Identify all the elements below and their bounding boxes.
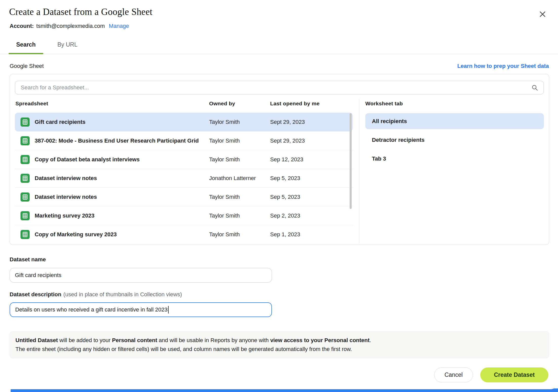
- search-input[interactable]: [15, 81, 544, 94]
- tab-by-url[interactable]: By URL: [50, 35, 85, 54]
- worksheet-tab-item[interactable]: All recipients: [365, 113, 544, 129]
- tab-bar: Search By URL: [0, 35, 558, 54]
- spreadsheet-row[interactable]: Gift card recipients Taylor Smith Sept 2…: [15, 113, 353, 131]
- column-header-spreadsheet: Spreadsheet: [15, 101, 48, 107]
- dataset-description-label: Dataset description: [10, 291, 61, 298]
- spreadsheet-name: Copy of Dataset beta analyst interviews: [35, 150, 140, 169]
- info-line-2: The entire sheet (including any hidden o…: [15, 345, 543, 354]
- spreadsheet-last-opened: Sep 5, 2023: [270, 188, 300, 206]
- info-line-1: Untitled Dataset will be added to your P…: [15, 336, 543, 345]
- cancel-button[interactable]: Cancel: [434, 367, 473, 382]
- spreadsheet-owner: Jonathon Latterner: [209, 169, 256, 188]
- tab-label: Search: [16, 41, 36, 48]
- create-dataset-modal: Create a Dataset from a Google Sheet Acc…: [0, 0, 558, 389]
- spreadsheet-row[interactable]: Copy of Dataset beta analyst interviews …: [15, 150, 353, 169]
- spreadsheet-owner: Taylor Smith: [209, 225, 240, 244]
- info-note: Untitled Dataset will be added to your P…: [10, 331, 549, 358]
- google-sheet-icon: [21, 117, 30, 127]
- spreadsheet-owner: Taylor Smith: [209, 206, 240, 225]
- spreadsheet-name: Marketing survey 2023: [35, 206, 94, 225]
- column-header-owned-by: Owned by: [209, 101, 235, 107]
- spreadsheet-last-opened: Sep 5, 2023: [270, 169, 300, 188]
- worksheet-tab-label: Detractor recipients: [372, 137, 425, 143]
- column-header-worksheet-tab: Worksheet tab: [365, 101, 403, 107]
- close-icon[interactable]: [537, 9, 548, 20]
- text-caret: [168, 306, 169, 313]
- spreadsheet-row[interactable]: 387-002: Mode - Business End User Resear…: [15, 131, 353, 150]
- sheet-picker-panel: Spreadsheet Owned by Last opened by me W…: [10, 74, 549, 245]
- spreadsheet-list: Gift card recipients Taylor Smith Sept 2…: [15, 113, 353, 244]
- worksheet-tab-label: All recipients: [372, 118, 407, 125]
- tab-search[interactable]: Search: [9, 35, 43, 54]
- spreadsheet-row[interactable]: Dataset interview notes Taylor Smith Sep…: [15, 188, 353, 206]
- spreadsheet-row[interactable]: Dataset interview notes Jonathon Lattern…: [15, 169, 353, 188]
- spreadsheet-owner: Taylor Smith: [209, 131, 240, 150]
- spreadsheet-last-opened: Sep 1, 2023: [270, 225, 300, 244]
- worksheet-tab-list: All recipients Detractor recipients Tab …: [365, 113, 544, 169]
- spreadsheet-last-opened: Sept 29, 2023: [270, 131, 305, 150]
- dataset-description-input[interactable]: Details on users who received a gift car…: [10, 302, 272, 317]
- spreadsheet-row[interactable]: Marketing survey 2023 Taylor Smith Sep 2…: [15, 206, 353, 225]
- google-sheet-icon: [21, 155, 30, 164]
- worksheet-tab-item[interactable]: Tab 3: [365, 151, 544, 167]
- spreadsheet-name: Dataset interview notes: [35, 188, 97, 206]
- dataset-description-hint: (used in place of thumbnails in Collecti…: [63, 291, 182, 298]
- spreadsheet-last-opened: Sep 2, 2023: [270, 206, 300, 225]
- spreadsheet-name: Copy of Marketing survey 2023: [35, 225, 117, 244]
- google-sheet-icon: [21, 136, 30, 145]
- manage-link[interactable]: Manage: [109, 23, 129, 29]
- worksheet-tab-item[interactable]: Detractor recipients: [365, 132, 544, 148]
- dataset-name-input[interactable]: [10, 268, 272, 283]
- google-sheet-icon: [21, 211, 30, 220]
- spreadsheet-last-opened: Sept 29, 2023: [270, 113, 305, 131]
- account-label: Account:: [10, 23, 34, 29]
- dataset-description-label-row: Dataset description(used in place of thu…: [10, 291, 182, 298]
- google-sheet-icon: [21, 174, 30, 183]
- scrollbar-thumb[interactable]: [350, 113, 352, 209]
- create-dataset-button[interactable]: Create Dataset: [480, 367, 548, 382]
- modal-title: Create a Dataset from a Google Sheet: [9, 6, 152, 18]
- spreadsheet-name: Dataset interview notes: [35, 169, 97, 188]
- search-field: [15, 81, 544, 94]
- account-row: Account:tsmith@complexmedia.comManage: [10, 22, 129, 30]
- panel-divider: [359, 99, 359, 244]
- account-email: tsmith@complexmedia.com: [36, 23, 105, 29]
- spreadsheet-last-opened: Sep 12, 2023: [270, 150, 303, 169]
- column-header-last-opened: Last opened by me: [270, 101, 320, 107]
- spreadsheet-owner: Taylor Smith: [209, 150, 240, 169]
- spreadsheet-name: 387-002: Mode - Business End User Resear…: [35, 131, 199, 150]
- spreadsheet-row[interactable]: Copy of Marketing survey 2023 Taylor Smi…: [15, 225, 353, 244]
- tab-label: By URL: [57, 41, 77, 48]
- worksheet-tab-label: Tab 3: [372, 155, 386, 162]
- spreadsheet-owner: Taylor Smith: [209, 188, 240, 206]
- search-icon: [531, 84, 538, 91]
- help-link[interactable]: Learn how to prep your Sheet data: [457, 63, 549, 69]
- spreadsheet-owner: Taylor Smith: [209, 113, 240, 131]
- google-sheet-label: Google Sheet: [10, 63, 44, 69]
- spreadsheet-name: Gift card recipients: [35, 113, 86, 131]
- dataset-description-value: Details on users who received a gift car…: [15, 306, 168, 313]
- dataset-name-label: Dataset name: [10, 256, 46, 263]
- google-sheet-icon: [21, 230, 30, 239]
- google-sheet-icon: [21, 192, 30, 202]
